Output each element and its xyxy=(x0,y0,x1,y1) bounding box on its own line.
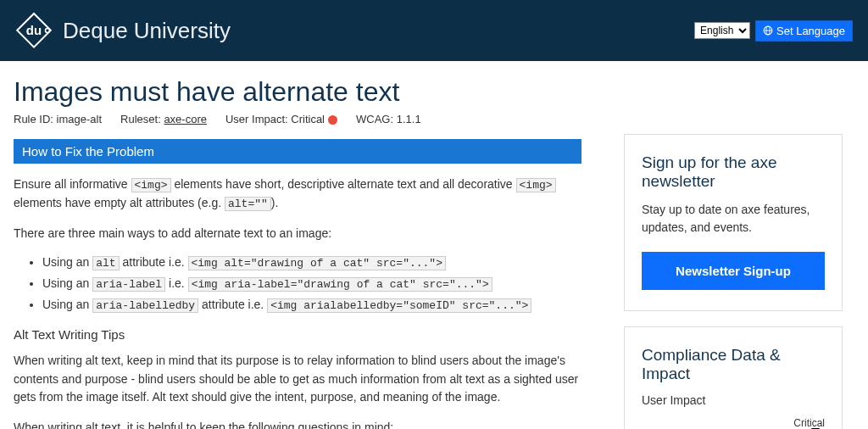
set-language-label: Set Language xyxy=(776,25,845,37)
rule-id: Rule ID: image-alt xyxy=(14,113,102,125)
newsletter-signup-button[interactable]: Newsletter Sign-up xyxy=(642,252,825,290)
wcag: WCAG: 1.1.1 xyxy=(356,113,421,125)
list-item: Using an aria-labelledby attribute i.e. … xyxy=(42,298,581,312)
newsletter-heading: Sign up for the axe newsletter xyxy=(642,153,825,191)
tips-paragraph-2: When writing alt text, it is helpful to … xyxy=(14,419,581,429)
user-impact: User Impact: Critical xyxy=(225,113,337,125)
brand-text: Deque University xyxy=(63,18,231,44)
intro-paragraph-2: There are three main ways to add alterna… xyxy=(14,225,581,243)
rule-meta: Rule ID: image-alt Ruleset: axe-core Use… xyxy=(14,113,581,125)
impact-meter: Critical xyxy=(642,419,825,429)
impact-dot-icon xyxy=(328,115,337,125)
tips-paragraph-1: When writing alt text, keep in mind that… xyxy=(14,352,581,407)
ruleset: Ruleset: axe-core xyxy=(120,113,207,125)
newsletter-body: Stay up to date on axe features, updates… xyxy=(642,201,825,237)
section-header-fix: How to Fix the Problem xyxy=(14,139,581,164)
language-controls: English Set Language xyxy=(694,20,853,42)
set-language-button[interactable]: Set Language xyxy=(755,20,853,42)
compliance-card: Compliance Data & Impact User Impact Cri… xyxy=(624,326,843,429)
ways-list: Using an alt attribute i.e. <img alt="dr… xyxy=(42,255,581,312)
page-title: Images must have alternate text xyxy=(14,76,581,108)
code-alt-empty: alt="" xyxy=(225,197,271,211)
impact-label: User Impact xyxy=(642,393,825,407)
intro-paragraph-1: Ensure all informative <img> elements ha… xyxy=(14,176,581,213)
list-item: Using an aria-label i.e. <img aria-label… xyxy=(42,276,581,291)
top-bar: du Deque University English Set Language xyxy=(0,0,868,61)
deque-logo-icon: du xyxy=(15,12,53,49)
svg-point-2 xyxy=(46,29,50,33)
code-img: <img> xyxy=(516,178,556,192)
impact-tick-label: Critical xyxy=(793,417,825,429)
ruleset-link[interactable]: axe-core xyxy=(164,113,207,125)
main-content: Images must have alternate text Rule ID:… xyxy=(14,76,581,429)
globe-icon xyxy=(763,25,773,36)
list-item: Using an alt attribute i.e. <img alt="dr… xyxy=(42,255,581,270)
brand[interactable]: du Deque University xyxy=(15,12,231,49)
tips-heading: Alt Text Writing Tips xyxy=(14,327,581,342)
language-select[interactable]: English xyxy=(694,22,750,39)
newsletter-card: Sign up for the axe newsletter Stay up t… xyxy=(624,134,843,311)
sidebar: Sign up for the axe newsletter Stay up t… xyxy=(624,134,843,429)
compliance-heading: Compliance Data & Impact xyxy=(642,346,825,383)
code-img: <img> xyxy=(131,178,171,192)
svg-text:du: du xyxy=(26,23,42,37)
